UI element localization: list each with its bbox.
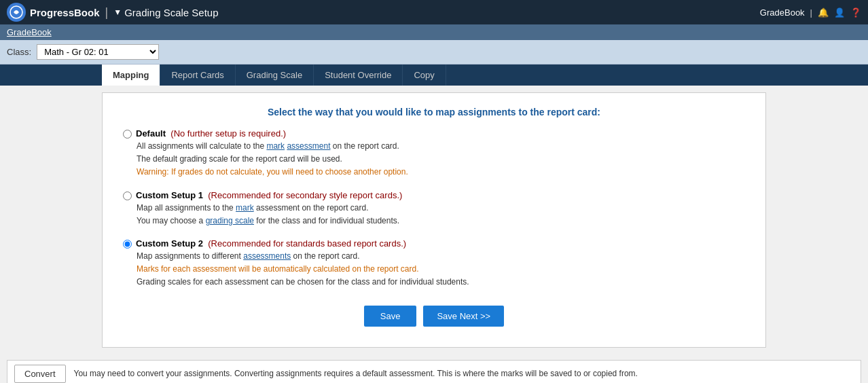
custom1-detail-1: Map all assignments to the mark assessme…	[137, 202, 745, 215]
help-icon[interactable]: ❓	[850, 7, 861, 18]
buttons-row: Save Save Next >>	[123, 306, 745, 327]
option-label-custom2: Custom Setup 2 (Recommended for standard…	[136, 238, 406, 249]
option-group-custom2: Custom Setup 2 (Recommended for standard…	[123, 238, 745, 289]
option-details-default: All assignments will calculate to the ma…	[137, 140, 745, 179]
option-group-default: Default (No further setup is required.) …	[123, 128, 745, 179]
breadcrumb[interactable]: GradeBook	[7, 27, 52, 37]
dropdown-arrow[interactable]: ▼	[113, 7, 122, 17]
option-label-strong1: Custom Setup 1	[136, 190, 203, 200]
custom1-detail-2: You may choose a grading scale for the c…	[137, 215, 745, 227]
save-next-button[interactable]: Save Next >>	[423, 306, 504, 327]
convert-button[interactable]: Convert	[14, 365, 66, 383]
custom2-detail-3: Grading scales for each assessment can b…	[137, 276, 745, 289]
logo[interactable]: ProgressBook	[7, 3, 100, 22]
tab-copy[interactable]: Copy	[403, 65, 446, 86]
breadcrumb-bar: GradeBook	[0, 24, 868, 40]
option-label-default: Default (No further setup is required.)	[136, 128, 286, 139]
option-note-default: (No further setup is required.)	[170, 128, 286, 139]
option-label-custom1: Custom Setup 1 (Recommended for secondar…	[136, 190, 402, 200]
gradebook-link[interactable]: GradeBook	[760, 7, 805, 18]
option-row-default: Default (No further setup is required.)	[123, 128, 745, 139]
bell-icon[interactable]: 🔔	[818, 7, 829, 18]
tab-report-cards[interactable]: Report Cards	[160, 65, 235, 86]
page-title: Grading Scale Setup	[124, 7, 218, 18]
detail-line-2: The default grading scale for the report…	[137, 153, 745, 166]
radio-custom2[interactable]	[123, 240, 132, 249]
nav-divider: |	[105, 5, 109, 20]
logo-text: ProgressBook	[30, 7, 100, 18]
convert-inner: Convert You may need to convert your ass…	[7, 360, 861, 384]
nav-separator: |	[810, 7, 812, 18]
section-title: Select the way that you would like to ma…	[123, 107, 745, 117]
custom2-detail-1: Map assignments to different assessments…	[137, 250, 745, 263]
nav-title: ▼ Grading Scale Setup	[113, 7, 218, 18]
option-note-custom1: (Recommended for secondary style report …	[208, 190, 402, 200]
convert-bar: Convert You may need to convert your ass…	[0, 354, 868, 384]
option-label-strong: Default	[136, 128, 166, 139]
option-label-strong2: Custom Setup 2	[136, 238, 203, 249]
user-icon[interactable]: 👤	[834, 7, 845, 18]
tabs-container: Mapping Report Cards Grading Scale Stude…	[0, 65, 868, 86]
option-details-custom1: Map all assignments to the mark assessme…	[137, 202, 745, 227]
content-box: Select the way that you would like to ma…	[102, 92, 766, 348]
radio-default[interactable]	[123, 130, 132, 139]
top-navbar: ProgressBook | ▼ Grading Scale Setup Gra…	[0, 0, 868, 24]
option-row-custom2: Custom Setup 2 (Recommended for standard…	[123, 238, 745, 249]
option-details-custom2: Map assignments to different assessments…	[137, 250, 745, 289]
custom2-detail-2: Marks for each assessment will be automa…	[137, 263, 745, 276]
option-note-custom2: (Recommended for standards based report …	[208, 238, 406, 249]
tab-mapping[interactable]: Mapping	[102, 65, 160, 86]
convert-message: You may need to convert your assignments…	[74, 369, 638, 378]
save-button[interactable]: Save	[364, 306, 417, 327]
logo-icon	[7, 3, 26, 22]
tab-grading-scale[interactable]: Grading Scale	[236, 65, 314, 86]
nav-right: GradeBook | 🔔 👤 ❓	[760, 7, 861, 18]
class-select[interactable]: Math - Gr 02: 01	[37, 44, 159, 60]
main-content: Select the way that you would like to ma…	[0, 86, 868, 354]
detail-line-3: Warning: If grades do not calculate, you…	[137, 166, 745, 179]
nav-left: ProgressBook | ▼ Grading Scale Setup	[7, 3, 219, 22]
option-row-custom1: Custom Setup 1 (Recommended for secondar…	[123, 190, 745, 200]
radio-custom1[interactable]	[123, 192, 132, 200]
detail-line-1: All assignments will calculate to the ma…	[137, 140, 745, 153]
class-bar: Class: Math - Gr 02: 01	[0, 40, 868, 65]
tab-student-override[interactable]: Student Override	[314, 65, 403, 86]
class-label: Class:	[7, 47, 31, 57]
option-group-custom1: Custom Setup 1 (Recommended for secondar…	[123, 190, 745, 227]
